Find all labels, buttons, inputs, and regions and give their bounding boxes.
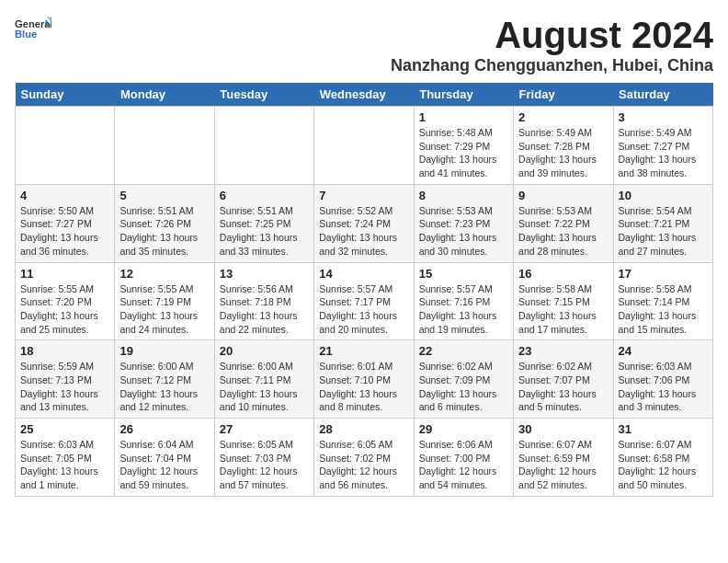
header-wednesday: Wednesday bbox=[314, 83, 414, 107]
header-sunday: Sunday bbox=[16, 83, 115, 107]
day-number: 6 bbox=[220, 189, 309, 202]
day-info: Sunrise: 6:04 AMSunset: 7:04 PMDaylight:… bbox=[119, 438, 209, 492]
header-saturday: Saturday bbox=[613, 83, 712, 107]
day-info: Sunrise: 6:03 AMSunset: 7:05 PMDaylight:… bbox=[20, 438, 109, 492]
table-cell: 10Sunrise: 5:54 AMSunset: 7:21 PMDayligh… bbox=[613, 184, 712, 262]
day-number: 8 bbox=[419, 189, 508, 202]
table-cell: 29Sunrise: 6:06 AMSunset: 7:00 PMDayligh… bbox=[414, 419, 513, 497]
day-number: 30 bbox=[518, 422, 608, 436]
table-cell: 7Sunrise: 5:52 AMSunset: 7:24 PMDaylight… bbox=[314, 184, 414, 262]
day-number: 7 bbox=[319, 189, 408, 202]
table-cell: 11Sunrise: 5:55 AMSunset: 7:20 PMDayligh… bbox=[16, 262, 115, 340]
table-cell: 5Sunrise: 5:51 AMSunset: 7:26 PMDaylight… bbox=[115, 184, 214, 262]
table-cell: 23Sunrise: 6:02 AMSunset: 7:07 PMDayligh… bbox=[514, 340, 613, 419]
logo-icon: General Blue bbox=[15, 15, 51, 42]
day-number: 23 bbox=[518, 344, 608, 358]
day-number: 17 bbox=[619, 267, 708, 281]
day-info: Sunrise: 5:55 AMSunset: 7:19 PMDaylight:… bbox=[119, 282, 209, 337]
table-cell: 8Sunrise: 5:53 AMSunset: 7:23 PMDaylight… bbox=[414, 184, 513, 262]
day-number: 5 bbox=[119, 189, 209, 202]
day-number: 2 bbox=[518, 110, 608, 124]
table-cell: 24Sunrise: 6:03 AMSunset: 7:06 PMDayligh… bbox=[613, 340, 712, 419]
week-row-1: 1Sunrise: 5:48 AMSunset: 7:29 PMDaylight… bbox=[16, 107, 713, 185]
table-cell: 26Sunrise: 6:04 AMSunset: 7:04 PMDayligh… bbox=[115, 419, 214, 497]
day-number: 9 bbox=[518, 189, 608, 202]
day-info: Sunrise: 5:48 AMSunset: 7:29 PMDaylight:… bbox=[419, 126, 508, 180]
table-cell: 4Sunrise: 5:50 AMSunset: 7:27 PMDaylight… bbox=[16, 184, 115, 262]
day-info: Sunrise: 5:58 AMSunset: 7:15 PMDaylight:… bbox=[518, 282, 608, 337]
logo: General Blue bbox=[15, 15, 51, 42]
day-number: 26 bbox=[119, 422, 209, 436]
table-cell: 18Sunrise: 5:59 AMSunset: 7:13 PMDayligh… bbox=[16, 340, 115, 419]
day-info: Sunrise: 5:54 AMSunset: 7:21 PMDaylight:… bbox=[619, 204, 708, 259]
table-cell: 19Sunrise: 6:00 AMSunset: 7:12 PMDayligh… bbox=[115, 340, 214, 419]
day-number: 1 bbox=[419, 110, 508, 124]
table-cell: 6Sunrise: 5:51 AMSunset: 7:25 PMDaylight… bbox=[214, 184, 313, 262]
day-info: Sunrise: 5:50 AMSunset: 7:27 PMDaylight:… bbox=[20, 204, 109, 259]
table-cell: 21Sunrise: 6:01 AMSunset: 7:10 PMDayligh… bbox=[314, 340, 414, 419]
week-row-5: 25Sunrise: 6:03 AMSunset: 7:05 PMDayligh… bbox=[16, 419, 713, 497]
day-info: Sunrise: 6:02 AMSunset: 7:09 PMDaylight:… bbox=[419, 360, 508, 414]
table-cell: 22Sunrise: 6:02 AMSunset: 7:09 PMDayligh… bbox=[414, 340, 513, 419]
table-cell: 30Sunrise: 6:07 AMSunset: 6:59 PMDayligh… bbox=[514, 419, 613, 497]
table-cell: 3Sunrise: 5:49 AMSunset: 7:27 PMDaylight… bbox=[613, 107, 712, 185]
day-info: Sunrise: 5:51 AMSunset: 7:26 PMDaylight:… bbox=[119, 204, 209, 259]
table-cell: 13Sunrise: 5:56 AMSunset: 7:18 PMDayligh… bbox=[214, 262, 313, 340]
page-header: General Blue August 2024 Nanzhang Chengg… bbox=[15, 15, 713, 75]
day-number: 19 bbox=[119, 344, 209, 358]
day-number: 3 bbox=[619, 110, 708, 124]
svg-text:Blue: Blue bbox=[15, 29, 37, 40]
day-number: 10 bbox=[619, 189, 708, 202]
day-info: Sunrise: 6:06 AMSunset: 7:00 PMDaylight:… bbox=[419, 438, 508, 492]
day-info: Sunrise: 5:52 AMSunset: 7:24 PMDaylight:… bbox=[319, 204, 408, 259]
day-number: 11 bbox=[20, 267, 109, 281]
header-monday: Monday bbox=[115, 83, 214, 107]
week-row-2: 4Sunrise: 5:50 AMSunset: 7:27 PMDaylight… bbox=[16, 184, 713, 262]
header-friday: Friday bbox=[514, 83, 613, 107]
table-cell: 27Sunrise: 6:05 AMSunset: 7:03 PMDayligh… bbox=[214, 419, 313, 497]
day-info: Sunrise: 6:00 AMSunset: 7:11 PMDaylight:… bbox=[220, 360, 309, 414]
day-info: Sunrise: 6:05 AMSunset: 7:02 PMDaylight:… bbox=[319, 438, 408, 492]
table-cell: 2Sunrise: 5:49 AMSunset: 7:28 PMDaylight… bbox=[514, 107, 613, 185]
header-tuesday: Tuesday bbox=[214, 83, 313, 107]
day-number: 28 bbox=[319, 422, 408, 436]
day-info: Sunrise: 5:59 AMSunset: 7:13 PMDaylight:… bbox=[20, 360, 109, 414]
table-cell: 12Sunrise: 5:55 AMSunset: 7:19 PMDayligh… bbox=[115, 262, 214, 340]
table-cell: 28Sunrise: 6:05 AMSunset: 7:02 PMDayligh… bbox=[314, 419, 414, 497]
day-number: 27 bbox=[220, 422, 309, 436]
days-header-row: Sunday Monday Tuesday Wednesday Thursday… bbox=[16, 83, 713, 107]
day-info: Sunrise: 5:53 AMSunset: 7:22 PMDaylight:… bbox=[518, 204, 608, 259]
day-info: Sunrise: 5:53 AMSunset: 7:23 PMDaylight:… bbox=[419, 204, 508, 259]
day-number: 18 bbox=[20, 344, 109, 358]
table-cell bbox=[115, 107, 214, 185]
day-info: Sunrise: 6:01 AMSunset: 7:10 PMDaylight:… bbox=[319, 360, 408, 414]
week-row-3: 11Sunrise: 5:55 AMSunset: 7:20 PMDayligh… bbox=[16, 262, 713, 340]
calendar-table: Sunday Monday Tuesday Wednesday Thursday… bbox=[15, 83, 713, 497]
table-cell: 9Sunrise: 5:53 AMSunset: 7:22 PMDaylight… bbox=[514, 184, 613, 262]
day-number: 15 bbox=[419, 267, 508, 281]
day-info: Sunrise: 6:02 AMSunset: 7:07 PMDaylight:… bbox=[518, 360, 608, 414]
day-info: Sunrise: 5:55 AMSunset: 7:20 PMDaylight:… bbox=[20, 282, 109, 337]
day-info: Sunrise: 6:07 AMSunset: 6:59 PMDaylight:… bbox=[518, 438, 608, 492]
table-cell bbox=[214, 107, 313, 185]
table-cell: 17Sunrise: 5:58 AMSunset: 7:14 PMDayligh… bbox=[613, 262, 712, 340]
day-number: 22 bbox=[419, 344, 508, 358]
day-number: 4 bbox=[20, 189, 109, 202]
day-info: Sunrise: 5:49 AMSunset: 7:28 PMDaylight:… bbox=[518, 126, 608, 180]
day-info: Sunrise: 5:56 AMSunset: 7:18 PMDaylight:… bbox=[220, 282, 309, 337]
title-month: August 2024 bbox=[391, 15, 713, 56]
header-thursday: Thursday bbox=[414, 83, 513, 107]
day-number: 20 bbox=[220, 344, 309, 358]
table-cell: 16Sunrise: 5:58 AMSunset: 7:15 PMDayligh… bbox=[514, 262, 613, 340]
day-info: Sunrise: 6:00 AMSunset: 7:12 PMDaylight:… bbox=[119, 360, 209, 414]
day-info: Sunrise: 5:49 AMSunset: 7:27 PMDaylight:… bbox=[619, 126, 708, 180]
day-info: Sunrise: 5:58 AMSunset: 7:14 PMDaylight:… bbox=[619, 282, 708, 337]
day-number: 12 bbox=[119, 267, 209, 281]
day-number: 29 bbox=[419, 422, 508, 436]
day-info: Sunrise: 5:57 AMSunset: 7:16 PMDaylight:… bbox=[419, 282, 508, 337]
table-cell: 31Sunrise: 6:07 AMSunset: 6:58 PMDayligh… bbox=[613, 419, 712, 497]
day-info: Sunrise: 6:03 AMSunset: 7:06 PMDaylight:… bbox=[619, 360, 708, 414]
title-area: August 2024 Nanzhang Chengguanzhen, Hube… bbox=[391, 15, 713, 75]
day-info: Sunrise: 5:51 AMSunset: 7:25 PMDaylight:… bbox=[220, 204, 309, 259]
table-cell: 14Sunrise: 5:57 AMSunset: 7:17 PMDayligh… bbox=[314, 262, 414, 340]
